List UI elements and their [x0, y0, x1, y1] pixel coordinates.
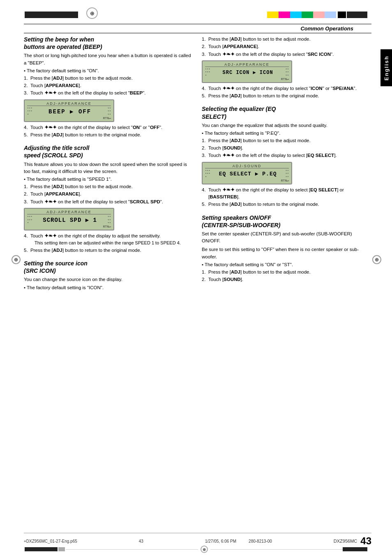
speakers-section: Setting speakers ON/OFF (CENTER-SP/SUB-W…	[202, 214, 371, 283]
speakers-heading: Setting speakers ON/OFF (CENTER-SP/SUB-W…	[202, 214, 371, 229]
eq-lcd-left-icons: ▪▪▪▪▪▪▪	[205, 169, 210, 179]
src-icon-factory: • The factory default setting is "ICON".	[24, 285, 194, 290]
beep-step-3: 3.Touch ✦❧✦ on the left of the display t…	[24, 90, 194, 97]
scroll-steps-1-3: 1.Press the [ADJ] button to set to the a…	[24, 183, 194, 205]
beep-factory-default: • The factory default setting is "ON".	[24, 68, 194, 73]
eq-steps-1-3: 1.Press the [ADJ] button to set to the a…	[202, 137, 371, 159]
eq-section: Selecting the equalizer (EQ SELECT) You …	[202, 105, 371, 208]
src-lcd-left-icons: ▪▪▪▪▪▪▪	[205, 68, 210, 77]
src-step-4: 4.Touch ✦❧✦ on the right of the display …	[202, 85, 371, 92]
center-compass-top: ⊕	[86, 7, 98, 19]
scroll-steps-4-5: 4.Touch ✦❧✦ on the right of the display …	[24, 233, 194, 254]
beep-intro: The short or long high-pitched tone you …	[24, 52, 194, 67]
src-lcd-title: ADJ-APPEARANCE	[205, 62, 289, 67]
speakers-step-2: 2.Touch [SOUND].	[202, 276, 371, 283]
scroll-lcd-right-icons: ▪▪▪▪▪▪	[108, 215, 111, 225]
right-column: 1.Press the [ADJ] button to set to the a…	[202, 36, 371, 289]
eq-step-3: 3.Touch ✦❧✦ on the left of the display t…	[202, 152, 371, 159]
left-column: Setting the beep for when buttons are op…	[24, 36, 194, 296]
beep-lcd-right-icons: ▪▪▪▪▪▪	[108, 107, 111, 116]
eq-heading: Selecting the equalizer (EQ SELECT)	[202, 105, 371, 120]
right-color-blocks	[267, 12, 367, 18]
footer-date-text: 1/27/05, 6:06 PM	[205, 539, 236, 543]
src-step-5: 5.Press the [ADJ] button to return to th…	[202, 92, 371, 99]
scroll-lcd: ADJ-APPEARANCE ▪▪▪▪▪▪▪ SCROLL SPD ▶ 1 ▪▪…	[24, 208, 114, 230]
bottom-compass: ⊕	[201, 546, 208, 553]
eq-factory: • The factory default setting is "P.EQ".	[202, 131, 371, 136]
scroll-heading: Adjusting the title scroll speed (SCROLL…	[24, 144, 194, 159]
scroll-lcd-left-icons: ▪▪▪▪▪▪▪	[27, 215, 32, 225]
speakers-note: Be sure to set this setting to "OFF" whe…	[202, 246, 371, 260]
src-steps-4-5: 4.Touch ✦❧✦ on the right of the display …	[202, 85, 371, 100]
scroll-factory: • The factory default setting is "SPEED …	[24, 177, 194, 182]
right-compass: ⊕	[372, 255, 381, 264]
src-icon-lcd: ADJ-APPEARANCE ▪▪▪▪▪▪▪ SRC ICON ▶ ICON ▪…	[202, 60, 292, 83]
footer-date: 1/27/05, 6:06 PM 280-8213-00	[205, 539, 272, 543]
eq-lcd: ADJ-SOUND ▪▪▪▪▪▪▪ EQ SELECT ▶ P.EQ ▪▪▪▪▪…	[202, 162, 292, 184]
speakers-factory: • The factory default setting is "ON" or…	[202, 262, 371, 267]
footer-model: DXZ956MC	[334, 539, 357, 543]
eq-intro: You can change the equalizer that adjust…	[202, 122, 371, 129]
beep-lcd: ADJ-APPEARANCE ▪▪▪▪▪▪▪ BEEP ▶ OFF ▪▪▪▪▪▪…	[24, 99, 114, 122]
speakers-step-1: 1.Press the [ADJ] button to set to the a…	[202, 269, 371, 276]
english-tab: English	[380, 49, 392, 86]
scroll-step-4: 4.Touch ✦❧✦ on the right of the display …	[24, 233, 194, 246]
speakers-intro: Set the center speaker (CENTER-SP) and s…	[202, 230, 371, 245]
eq-steps-4-5: 4.Touch ✦❧✦ on the right of the display …	[202, 187, 371, 208]
speakers-steps: 1.Press the [ADJ] button to set to the a…	[202, 269, 371, 283]
src-icon-steps-list: 1.Press the [ADJ] button to set to the a…	[202, 36, 371, 58]
header-divider	[24, 24, 371, 24]
eq-lcd-title: ADJ-SOUND	[205, 164, 289, 168]
src-lcd-rtn: RTN↵	[205, 77, 289, 81]
beep-lcd-title: ADJ-APPEARANCE	[27, 101, 111, 106]
eq-lcd-content: EQ SELECT ▶ P.EQ	[212, 170, 284, 177]
src-step-1: 1.Press the [ADJ] button to set to the a…	[202, 36, 371, 43]
scroll-lcd-rtn: RTN↵	[27, 225, 111, 228]
src-lcd-right-icons: ▪▪▪▪▪▪	[286, 68, 289, 77]
left-compass: ⊕	[12, 255, 21, 264]
page-number: 43	[360, 535, 371, 547]
english-label: English	[383, 55, 390, 81]
src-step-2: 2.Touch [APPEARANCE].	[202, 43, 371, 50]
eq-step-5: 5.Press the [ADJ] button to return to th…	[202, 201, 371, 208]
beep-lcd-left-icons: ▪▪▪▪▪▪▪	[27, 107, 32, 116]
main-content: Common Operations Setting the beep for w…	[24, 24, 371, 528]
page-footer: +DXZ956MC_01-27-Eng.p65 43 1/27/05, 6:06…	[24, 533, 371, 547]
scroll-lcd-content: SCROLL SPD ▶ 1	[34, 216, 106, 223]
beep-lcd-content: BEEP ▶ OFF	[34, 108, 106, 115]
src-icon-steps: 1.Press the [ADJ] button to set to the a…	[202, 36, 371, 99]
eq-step-2: 2.Touch [SOUND].	[202, 145, 371, 152]
scroll-section: Adjusting the title scroll speed (SCROLL…	[24, 144, 194, 254]
src-icon-section: Setting the source icon (SRC ICON) You c…	[24, 260, 194, 290]
scroll-intro: This feature allows you to slow down the…	[24, 161, 194, 175]
bottom-bar: ⊕	[25, 547, 367, 552]
beep-steps-4-5: 4.Touch ✦❧✦ on the right of the display …	[24, 124, 194, 139]
beep-step-1: 1.Press the [ADJ] button to set to the a…	[24, 75, 194, 82]
footer-center-page: 43	[139, 539, 143, 543]
src-lcd-content: SRC ICON ▶ ICON	[212, 69, 284, 76]
beep-section: Setting the beep for when buttons are op…	[24, 36, 194, 138]
beep-heading: Setting the beep for when buttons are op…	[24, 36, 194, 51]
src-icon-heading: Setting the source icon (SRC ICON)	[24, 260, 194, 274]
left-black-bar	[25, 12, 78, 18]
top-bar-area: ⊕	[0, 4, 392, 25]
beep-steps: 1.Press the [ADJ] button to set to the a…	[24, 75, 194, 97]
footer-model-page: DXZ956MC 43	[334, 535, 371, 547]
beep-step-5: 5.Press the [ADJ] button to return to th…	[24, 131, 194, 138]
scroll-step-3: 3.Touch ✦❧✦ on the left of the display t…	[24, 198, 194, 205]
eq-step-1: 1.Press the [ADJ] button to set to the a…	[202, 137, 371, 144]
scroll-lcd-title: ADJ-APPEARANCE	[27, 210, 111, 214]
scroll-step-2: 2.Touch [APPEARANCE].	[24, 191, 194, 198]
beep-lcd-rtn: RTN↵	[27, 116, 111, 120]
scroll-sub-note: This setting item can be adjusted within…	[30, 240, 194, 246]
common-ops-header: Common Operations	[24, 25, 371, 33]
beep-step-4: 4.Touch ✦❧✦ on the right of the display …	[24, 124, 194, 131]
footer-code: 280-8213-00	[249, 539, 272, 543]
two-col-layout: Setting the beep for when buttons are op…	[24, 36, 371, 296]
src-step-3: 3.Touch ✦❧✦ on the left of the display t…	[202, 51, 371, 58]
scroll-step-1: 1.Press the [ADJ] button to set to the a…	[24, 183, 194, 190]
eq-step-4: 4.Touch ✦❧✦ on the right of the display …	[202, 187, 371, 201]
footer-left-text: +DXZ956MC_01-27-Eng.p65	[24, 539, 77, 543]
eq-lcd-rtn: RTN↵	[205, 179, 289, 182]
beep-step-2: 2.Touch [APPEARANCE].	[24, 82, 194, 89]
